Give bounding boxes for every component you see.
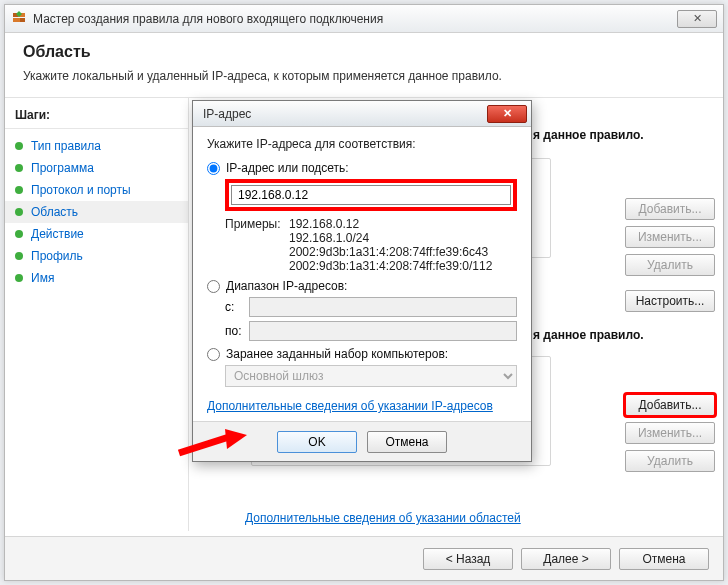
step-name[interactable]: Имя (5, 267, 188, 289)
cancel-button[interactable]: Отмена (619, 548, 709, 570)
page-subtitle: Укажите локальный и удаленный IP-адреса,… (23, 69, 705, 83)
rule-text-local: я данное правило. (533, 128, 644, 142)
ip-help-link[interactable]: Дополнительные сведения об указании IP-а… (207, 399, 493, 413)
range-from-input[interactable] (249, 297, 517, 317)
scope-help-link[interactable]: Дополнительные сведения об указании обла… (245, 511, 521, 525)
edit-local-button[interactable]: Изменить... (625, 226, 715, 248)
range-from-label: c: (225, 300, 249, 314)
add-local-button[interactable]: Добавить... (625, 198, 715, 220)
step-label: Действие (31, 227, 84, 241)
wizard-titlebar: Мастер создания правила для нового входя… (5, 5, 723, 33)
example-value: 2002:9d3b:1a31:4:208:74ff:fe39:0/112 (289, 259, 492, 273)
radio-preset[interactable] (207, 348, 220, 361)
step-label: Область (31, 205, 78, 219)
step-rule-type[interactable]: Тип правила (5, 135, 188, 157)
radio-ip-range[interactable] (207, 280, 220, 293)
delete-local-button[interactable]: Удалить (625, 254, 715, 276)
close-button[interactable]: ✕ (677, 10, 717, 28)
step-program[interactable]: Программа (5, 157, 188, 179)
wizard-footer: < Назад Далее > Отмена (5, 536, 723, 580)
step-dot-icon (15, 142, 23, 150)
step-label: Протокол и порты (31, 183, 131, 197)
steps-header: Шаги: (5, 108, 188, 129)
page-heading: Область (23, 43, 705, 61)
configure-button[interactable]: Настроить... (625, 290, 715, 312)
wizard-header: Область Укажите локальный и удаленный IP… (5, 33, 723, 98)
dialog-close-button[interactable]: ✕ (487, 105, 527, 123)
option-ip-subnet-label: IP-адрес или подсеть: (226, 161, 349, 175)
step-dot-icon (15, 274, 23, 282)
examples-label: Примеры: (225, 217, 283, 273)
wizard-title: Мастер создания правила для нового входя… (33, 12, 383, 26)
step-label: Профиль (31, 249, 83, 263)
delete-remote-button[interactable]: Удалить (625, 450, 715, 472)
range-to-label: по: (225, 324, 249, 338)
step-label: Программа (31, 161, 94, 175)
dialog-footer: OK Отмена (193, 421, 531, 461)
dialog-title: IP-адрес (203, 107, 251, 121)
ok-button[interactable]: OK (277, 431, 357, 453)
next-button[interactable]: Далее > (521, 548, 611, 570)
option-preset-label: Заранее заданный набор компьютеров: (226, 347, 448, 361)
option-ip-range-label: Диапазон IP-адресов: (226, 279, 347, 293)
preset-select[interactable]: Основной шлюз (225, 365, 517, 387)
option-ip-range[interactable]: Диапазон IP-адресов: (207, 279, 517, 293)
ip-input-highlight (225, 179, 517, 211)
example-value: 2002:9d3b:1a31:4:208:74ff:fe39:6c43 (289, 245, 492, 259)
step-dot-icon (15, 252, 23, 260)
ip-address-dialog: IP-адрес ✕ Укажите IP-адреса для соответ… (192, 100, 532, 462)
rule-text-remote: я данное правило. (533, 328, 644, 342)
add-remote-button[interactable]: Добавить... (625, 394, 715, 416)
step-dot-icon (15, 164, 23, 172)
step-label: Тип правила (31, 139, 101, 153)
step-action[interactable]: Действие (5, 223, 188, 245)
ip-input[interactable] (231, 185, 511, 205)
firewall-icon (11, 11, 27, 27)
step-dot-icon (15, 208, 23, 216)
option-preset[interactable]: Заранее заданный набор компьютеров: (207, 347, 517, 361)
example-value: 192.168.0.12 (289, 217, 492, 231)
step-profile[interactable]: Профиль (5, 245, 188, 267)
examples-block: Примеры: 192.168.0.12 192.168.1.0/24 200… (225, 217, 517, 273)
step-dot-icon (15, 186, 23, 194)
step-scope[interactable]: Область (5, 201, 188, 223)
steps-sidebar: Шаги: Тип правила Программа Протокол и п… (5, 98, 189, 531)
edit-remote-button[interactable]: Изменить... (625, 422, 715, 444)
dialog-cancel-button[interactable]: Отмена (367, 431, 447, 453)
option-ip-subnet[interactable]: IP-адрес или подсеть: (207, 161, 517, 175)
step-dot-icon (15, 230, 23, 238)
step-label: Имя (31, 271, 54, 285)
dialog-prompt: Укажите IP-адреса для соответствия: (207, 137, 517, 151)
step-protocol[interactable]: Протокол и порты (5, 179, 188, 201)
back-button[interactable]: < Назад (423, 548, 513, 570)
radio-ip-subnet[interactable] (207, 162, 220, 175)
example-value: 192.168.1.0/24 (289, 231, 492, 245)
dialog-titlebar: IP-адрес ✕ (193, 101, 531, 127)
range-to-input[interactable] (249, 321, 517, 341)
